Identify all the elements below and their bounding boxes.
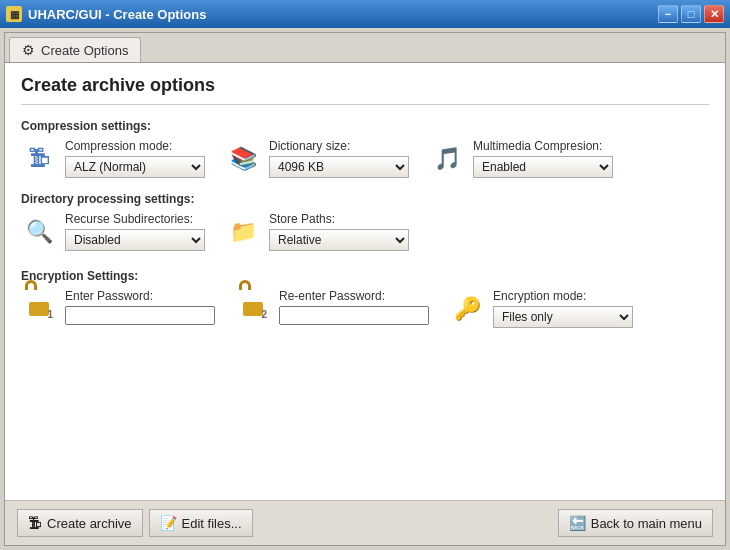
directory-settings-row: 🔍 Recurse Subdirectories: Disabled Enabl… [21,212,709,251]
title-bar-buttons: − □ ✕ [658,5,724,23]
compression-mode-select[interactable]: ALZ (Normal) Store only Fast Normal Best [65,156,205,178]
store-paths-content: Store Paths: Relative Absolute None [269,212,409,251]
main-window: ⚙ Create Options Create archive options … [4,32,726,546]
lock-num-1: 1 [47,309,53,320]
minimize-button[interactable]: − [658,5,678,23]
back-icon: 🔙 [569,515,586,531]
encryption-section-label: Encryption Settings: [21,269,709,283]
recurse-content: Recurse Subdirectories: Disabled Enabled [65,212,205,251]
lock-body-1: 1 [29,302,49,316]
title-bar-left: ▦ UHARC/GUI - Create Options [6,6,206,22]
repassword-input[interactable] [279,306,429,325]
title-bar-text: UHARC/GUI - Create Options [28,7,206,22]
repassword-label: Re-enter Password: [279,289,429,303]
encryption-mode-label: Encryption mode: [493,289,633,303]
close-button[interactable]: ✕ [704,5,724,23]
tab-label: Create Options [41,43,128,58]
repassword-item: 2 Re-enter Password: [235,289,429,325]
encryption-section: Encryption Settings: 1 Enter Password: [21,269,709,328]
compression-mode-label: Compression mode: [65,139,205,153]
create-archive-button[interactable]: 🗜 Create archive [17,509,143,537]
directory-section: Directory processing settings: 🔍 Recurse… [21,192,709,251]
password-item: 1 Enter Password: [21,289,215,325]
recurse-icon: 🔍 [21,214,57,250]
recurse-item: 🔍 Recurse Subdirectories: Disabled Enabl… [21,212,205,251]
recurse-label: Recurse Subdirectories: [65,212,205,226]
encryption-key-icon: 🔑 [449,291,485,327]
encryption-mode-item: 🔑 Encryption mode: Files only Header+Fil… [449,289,633,328]
compression-section-label: Compression settings: [21,119,709,133]
key-icon: 🔑 [454,296,481,322]
dictionary-size-select[interactable]: 512 KB 1024 KB 2048 KB 4096 KB 8192 KB [269,156,409,178]
store-paths-label: Store Paths: [269,212,409,226]
encryption-mode-select[interactable]: Files only Header+Files Disabled [493,306,633,328]
store-paths-select[interactable]: Relative Absolute None [269,229,409,251]
cpu-icon: 🗜 [28,146,50,172]
app-icon: ▦ [6,6,22,22]
encryption-settings-row: 1 Enter Password: [21,289,709,328]
title-bar: ▦ UHARC/GUI - Create Options − □ ✕ [0,0,730,28]
button-bar: 🗜 Create archive 📝 Edit files... 🔙 Back … [5,500,725,545]
button-group-left: 🗜 Create archive 📝 Edit files... [17,509,253,537]
lock-shackle-2 [239,280,251,290]
lock-body-2: 2 [243,302,263,316]
dictionary-icon: 📚 [225,141,261,177]
page-title: Create archive options [21,75,709,105]
password-input[interactable] [65,306,215,325]
dictionary-size-item: 📚 Dictionary size: 512 KB 1024 KB 2048 K… [225,139,409,178]
repassword-lock-icon: 2 [235,289,271,325]
lock-shackle-1 [25,280,37,290]
compression-section: Compression settings: 🗜 Compression mode… [21,119,709,178]
create-archive-icon: 🗜 [28,515,42,531]
compression-mode-icon: 🗜 [21,141,57,177]
repassword-content: Re-enter Password: [279,289,429,325]
store-paths-item: 📁 Store Paths: Relative Absolute None [225,212,409,251]
music-icon: 🎵 [434,146,461,172]
back-to-main-button[interactable]: 🔙 Back to main menu [558,509,713,537]
encryption-mode-content: Encryption mode: Files only Header+Files… [493,289,633,328]
compression-settings-row: 🗜 Compression mode: ALZ (Normal) Store o… [21,139,709,178]
password-label: Enter Password: [65,289,215,303]
dictionary-size-label: Dictionary size: [269,139,409,153]
search-folder-icon: 🔍 [26,219,53,245]
folder-icon: 📁 [230,219,257,245]
back-to-main-label: Back to main menu [591,516,702,531]
tab-icon: ⚙ [22,42,35,58]
book-icon: 📚 [230,146,257,172]
tab-create-options[interactable]: ⚙ Create Options [9,37,141,62]
edit-files-button[interactable]: 📝 Edit files... [149,509,253,537]
store-paths-icon: 📁 [225,214,261,250]
edit-files-icon: 📝 [160,515,177,531]
maximize-button[interactable]: □ [681,5,701,23]
multimedia-icon: 🎵 [429,141,465,177]
recurse-select[interactable]: Disabled Enabled [65,229,205,251]
password-lock-icon: 1 [21,289,57,325]
multimedia-compression-content: Multimedia Compresion: Enabled Disabled [473,139,613,178]
multimedia-compression-label: Multimedia Compresion: [473,139,613,153]
password-content: Enter Password: [65,289,215,325]
content-area: Create archive options Compression setti… [5,63,725,500]
directory-section-label: Directory processing settings: [21,192,709,206]
compression-mode-content: Compression mode: ALZ (Normal) Store onl… [65,139,205,178]
compression-mode-item: 🗜 Compression mode: ALZ (Normal) Store o… [21,139,205,178]
dictionary-size-content: Dictionary size: 512 KB 1024 KB 2048 KB … [269,139,409,178]
edit-files-label: Edit files... [182,516,242,531]
create-archive-label: Create archive [47,516,132,531]
lock-num-2: 2 [261,309,267,320]
multimedia-compression-select[interactable]: Enabled Disabled [473,156,613,178]
tab-strip: ⚙ Create Options [5,33,725,63]
multimedia-compression-item: 🎵 Multimedia Compresion: Enabled Disable… [429,139,613,178]
